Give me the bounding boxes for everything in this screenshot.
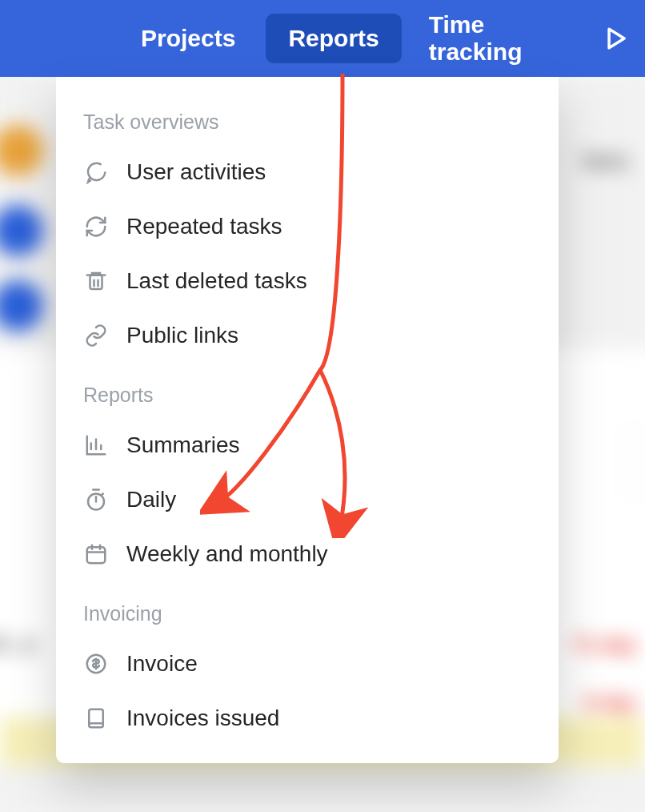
- section-invoicing: Invoicing: [56, 581, 559, 637]
- nav-time-tracking[interactable]: Time tracking: [418, 0, 592, 77]
- menu-label: Summaries: [126, 432, 240, 458]
- menu-label: Invoices issued: [126, 705, 279, 731]
- menu-invoices-issued[interactable]: Invoices issued: [56, 691, 559, 746]
- svg-rect-0: [90, 275, 102, 290]
- play-icon[interactable]: [600, 23, 631, 54]
- menu-invoice[interactable]: Invoice: [56, 637, 559, 691]
- stopwatch-icon: [83, 487, 109, 513]
- menu-repeated-tasks[interactable]: Repeated tasks: [56, 199, 559, 254]
- bg-partial-text-left: ok, p: [0, 629, 36, 657]
- menu-user-activities[interactable]: User activities: [56, 145, 559, 199]
- menu-daily[interactable]: Daily: [56, 472, 559, 527]
- svg-rect-4: [89, 709, 103, 728]
- menu-label: Last deleted tasks: [126, 268, 307, 294]
- menu-label: User activities: [126, 159, 266, 185]
- refresh-icon: [83, 214, 109, 239]
- reports-dropdown: Task overviews User activities Repeated …: [56, 77, 559, 763]
- link-icon: [83, 323, 109, 348]
- menu-label: Public links: [126, 323, 238, 348]
- svg-rect-2: [87, 547, 106, 563]
- calendar-icon: [83, 541, 109, 567]
- trash-icon: [83, 268, 109, 294]
- section-reports: Reports: [56, 363, 559, 418]
- bg-partial-text: hers: [583, 147, 629, 175]
- menu-weekly-monthly[interactable]: Weekly and monthly: [56, 527, 559, 581]
- menu-last-deleted-tasks[interactable]: Last deleted tasks: [56, 254, 559, 308]
- menu-summaries[interactable]: Summaries: [56, 418, 559, 472]
- bg-overdue-2: 6 day: [584, 690, 638, 715]
- chat-icon: [83, 159, 109, 185]
- menu-label: Daily: [126, 487, 176, 513]
- nav-projects[interactable]: Projects: [118, 14, 258, 63]
- book-icon: [83, 705, 109, 731]
- bar-chart-icon: [83, 432, 109, 458]
- menu-label: Repeated tasks: [126, 214, 282, 239]
- section-task-overviews: Task overviews: [56, 104, 559, 145]
- bg-overdue-1: 71 day: [572, 633, 637, 657]
- top-nav: Projects Reports Time tracking: [0, 0, 645, 77]
- menu-label: Weekly and monthly: [126, 541, 328, 567]
- nav-reports[interactable]: Reports: [266, 14, 401, 63]
- dollar-circle-icon: [83, 651, 109, 677]
- menu-public-links[interactable]: Public links: [56, 308, 559, 363]
- menu-label: Invoice: [126, 651, 198, 677]
